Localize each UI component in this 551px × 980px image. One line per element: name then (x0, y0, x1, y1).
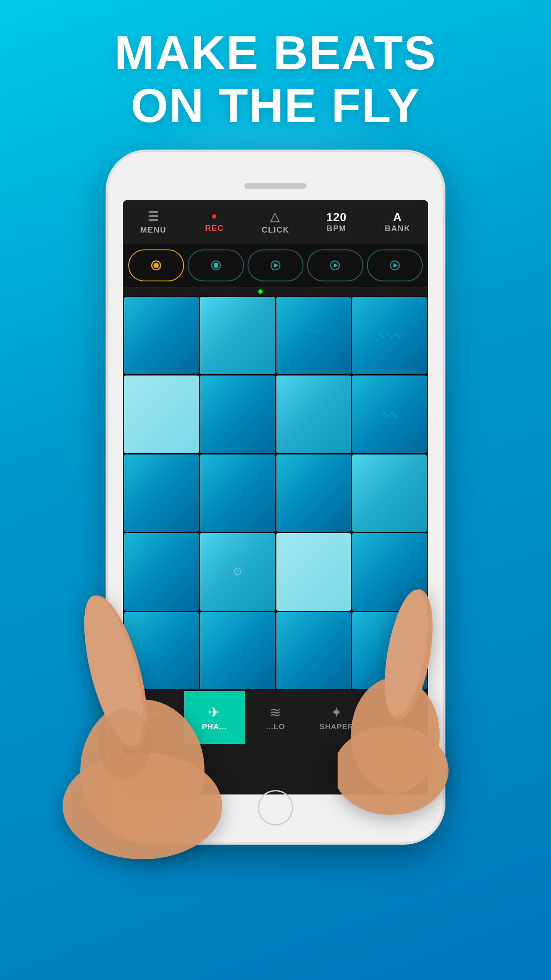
hand-left (54, 557, 222, 861)
toolbar-bpm[interactable]: 120 BPM (306, 200, 367, 244)
click-icon: △ (270, 209, 280, 224)
fx-label-lo: ...LO (266, 723, 285, 731)
bank-value: A (393, 210, 402, 224)
pad-2-3[interactable]: ⌒⌒ (276, 375, 351, 453)
swirl-icon: ≋ (269, 704, 282, 721)
pad-3-3[interactable] (276, 454, 351, 532)
toolbar-bank[interactable]: A BANK (367, 200, 428, 244)
toolbar-click[interactable]: △ CLICK (245, 200, 306, 244)
transport-bar (123, 244, 428, 288)
pad-3-4[interactable] (352, 454, 427, 532)
wave2-icon: ∿∿∿ (378, 330, 401, 341)
transport-play-btn1[interactable] (248, 249, 303, 281)
phone-home-button[interactable] (258, 790, 293, 826)
wave3-icon: ⌒⌒ (304, 408, 323, 421)
pad-2-2[interactable] (200, 375, 275, 453)
hero-line1: MAKE BEATS (0, 27, 551, 79)
progress-bar (123, 288, 428, 296)
bpm-value: 120 (326, 210, 346, 224)
svg-point-14 (98, 708, 151, 779)
hero-text: MAKE BEATS ON THE FLY (0, 27, 551, 132)
rec-icon: ● (211, 210, 217, 222)
pad-3-2[interactable] (200, 454, 275, 532)
pad-1-3[interactable]: ⌒⌒ (276, 297, 351, 374)
pad-1-4[interactable]: ∿∿∿ (352, 297, 427, 374)
pad-2-1[interactable] (124, 375, 199, 453)
phone-mockup: ☰ MENU ● REC △ CLICK 120 BPM A BANK (107, 151, 444, 843)
menu-label: MENU (140, 225, 166, 235)
svg-marker-9 (394, 263, 398, 268)
pad-3-1[interactable] (124, 454, 199, 532)
transport-record-btn[interactable] (128, 249, 184, 281)
progress-dot (258, 289, 263, 294)
wave-icon: ⌒⌒ (304, 329, 323, 342)
pad-1-2[interactable]: ⌒⌒ (200, 297, 275, 374)
svg-marker-5 (274, 263, 279, 268)
pad-2-4[interactable]: ∿∿ (352, 375, 427, 453)
transport-play-btn2[interactable] (307, 249, 363, 281)
transport-play-btn3[interactable] (367, 249, 423, 281)
pad-1-1[interactable] (124, 297, 199, 374)
click-label: CLICK (262, 225, 290, 235)
hand-right (338, 584, 480, 817)
toolbar-menu[interactable]: ☰ MENU (123, 200, 184, 244)
menu-icon: ☰ (148, 209, 159, 224)
wifi-icon: ⌒⌒ (228, 329, 247, 342)
svg-rect-3 (214, 263, 218, 268)
wave4-icon: ∿∿ (382, 409, 398, 420)
toolbar: ☰ MENU ● REC △ CLICK 120 BPM A BANK (123, 200, 428, 244)
toolbar-rec[interactable]: ● REC (184, 200, 245, 244)
rec-label: REC (205, 224, 224, 233)
gear-icon: ⚙ (232, 565, 243, 579)
fx-item-lo[interactable]: ≋ ...LO (245, 691, 306, 744)
hero-line2: ON THE FLY (0, 79, 551, 132)
svg-marker-7 (334, 263, 338, 268)
phone-speaker (244, 183, 307, 189)
transport-stop-btn[interactable] (188, 249, 244, 281)
svg-point-1 (153, 263, 159, 268)
bpm-label: BPM (327, 224, 346, 233)
bank-label: BANK (385, 224, 410, 233)
